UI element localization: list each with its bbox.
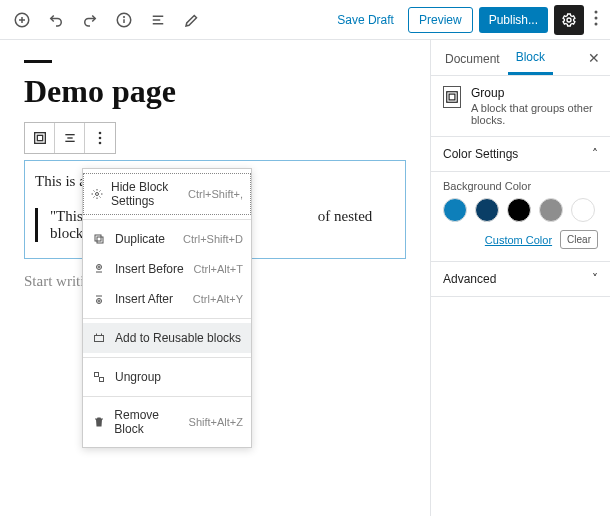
menu-shortcut: Ctrl+Shift+D — [183, 233, 243, 245]
svg-rect-14 — [37, 135, 42, 140]
preview-button[interactable]: Preview — [408, 7, 473, 33]
swatch-2[interactable] — [475, 198, 499, 222]
trash-icon — [91, 414, 106, 430]
svg-rect-34 — [95, 336, 104, 342]
edit-mode-button[interactable] — [178, 6, 206, 34]
topbar-left-tools — [8, 6, 206, 34]
block-info-panel: Group A block that groups other blocks. — [431, 76, 610, 137]
svg-rect-13 — [34, 133, 45, 144]
more-options-button[interactable] — [590, 6, 602, 33]
redo-button[interactable] — [76, 6, 104, 34]
chevron-up-icon: ˄ — [592, 147, 598, 161]
menu-label: Duplicate — [115, 232, 165, 246]
menu-label: Hide Block Settings — [111, 180, 188, 208]
svg-rect-24 — [97, 237, 103, 243]
menu-separator — [83, 219, 251, 220]
svg-point-18 — [99, 132, 102, 135]
menu-label: Insert After — [115, 292, 173, 306]
info-button[interactable] — [110, 6, 138, 34]
swatch-4[interactable] — [539, 198, 563, 222]
insert-before-icon — [91, 261, 107, 277]
save-draft-button[interactable]: Save Draft — [329, 9, 402, 31]
svg-point-9 — [567, 18, 571, 22]
menu-add-reusable[interactable]: Add to Reusable blocks — [83, 323, 251, 353]
menu-shortcut: Shift+Alt+Z — [189, 416, 243, 428]
menu-shortcut: Ctrl+Alt+Y — [193, 293, 243, 305]
reusable-icon — [91, 330, 107, 346]
svg-point-23 — [96, 193, 99, 196]
svg-rect-22 — [449, 94, 455, 100]
svg-rect-38 — [100, 378, 104, 382]
chevron-down-icon: ˅ — [592, 272, 598, 286]
color-settings-panel: Background Color Custom Color Clear — [431, 172, 610, 262]
svg-point-5 — [124, 16, 125, 17]
block-toolbar — [24, 122, 116, 154]
page-title[interactable]: Demo page — [24, 73, 406, 110]
advanced-panel-header[interactable]: Advanced ˅ — [431, 262, 610, 297]
editor-topbar: Save Draft Preview Publish... — [0, 0, 610, 40]
menu-separator — [83, 357, 251, 358]
title-rule — [24, 60, 52, 63]
svg-rect-37 — [95, 373, 99, 377]
menu-separator — [83, 396, 251, 397]
menu-label: Remove Block — [114, 408, 188, 436]
undo-button[interactable] — [42, 6, 70, 34]
menu-remove-block[interactable]: Remove Block Shift+Alt+Z — [83, 401, 251, 443]
svg-point-11 — [595, 17, 598, 20]
color-settings-title: Color Settings — [443, 147, 518, 161]
menu-insert-before[interactable]: Insert Before Ctrl+Alt+T — [83, 254, 251, 284]
custom-color-link[interactable]: Custom Color — [485, 234, 552, 246]
block-more-button[interactable] — [85, 123, 115, 153]
sidebar-tabs: Document Block ✕ — [431, 40, 610, 76]
menu-ungroup[interactable]: Ungroup — [83, 362, 251, 392]
tab-block[interactable]: Block — [508, 40, 553, 75]
clear-color-button[interactable]: Clear — [560, 230, 598, 249]
advanced-title: Advanced — [443, 272, 496, 286]
color-settings-panel-header[interactable]: Color Settings ˄ — [431, 137, 610, 172]
block-type-button[interactable] — [25, 123, 55, 153]
sidebar-close-button[interactable]: ✕ — [584, 46, 604, 70]
settings-toggle-button[interactable] — [554, 5, 584, 35]
bg-color-label: Background Color — [443, 180, 598, 192]
group-icon — [443, 86, 461, 108]
tab-document[interactable]: Document — [437, 42, 508, 74]
publish-button[interactable]: Publish... — [479, 7, 548, 33]
menu-hide-block-settings[interactable]: Hide Block Settings Ctrl+Shift+, — [83, 173, 251, 215]
insert-after-icon — [91, 291, 107, 307]
swatch-1[interactable] — [443, 198, 467, 222]
menu-insert-after[interactable]: Insert After Ctrl+Alt+Y — [83, 284, 251, 314]
menu-label: Add to Reusable blocks — [115, 331, 241, 345]
svg-point-19 — [99, 137, 102, 140]
color-swatches — [443, 198, 598, 222]
gear-icon — [91, 186, 103, 202]
outline-button[interactable] — [144, 6, 172, 34]
svg-point-20 — [99, 142, 102, 145]
menu-label: Insert Before — [115, 262, 184, 276]
swatch-5[interactable] — [571, 198, 595, 222]
svg-point-10 — [595, 11, 598, 14]
block-name: Group — [471, 86, 598, 100]
menu-duplicate[interactable]: Duplicate Ctrl+Shift+D — [83, 224, 251, 254]
settings-sidebar: Document Block ✕ Group A block that grou… — [430, 40, 610, 516]
block-description: A block that groups other blocks. — [471, 102, 598, 126]
add-block-button[interactable] — [8, 6, 36, 34]
svg-rect-25 — [95, 235, 101, 241]
menu-shortcut: Ctrl+Shift+, — [188, 188, 243, 200]
ungroup-icon — [91, 369, 107, 385]
menu-label: Ungroup — [115, 370, 161, 384]
menu-shortcut: Ctrl+Alt+T — [193, 263, 243, 275]
svg-point-12 — [595, 23, 598, 26]
svg-rect-21 — [447, 92, 458, 103]
align-button[interactable] — [55, 123, 85, 153]
menu-separator — [83, 318, 251, 319]
topbar-right-actions: Save Draft Preview Publish... — [329, 5, 602, 35]
duplicate-icon — [91, 231, 107, 247]
swatch-3[interactable] — [507, 198, 531, 222]
block-options-menu: Hide Block Settings Ctrl+Shift+, Duplica… — [82, 168, 252, 448]
